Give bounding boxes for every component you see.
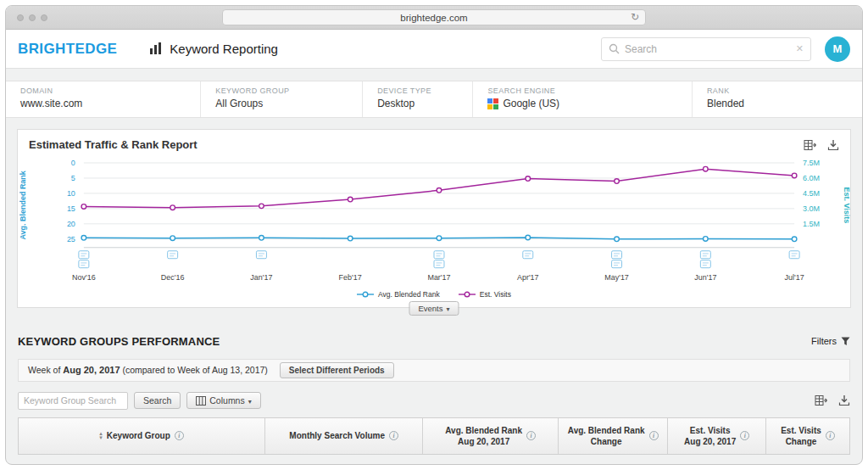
info-icon[interactable] xyxy=(389,431,398,440)
section-title: KEYWORD GROUPS PERFORMANCE xyxy=(18,335,220,348)
legend-est-visits[interactable]: Est. Visits xyxy=(459,290,511,299)
bar-chart-icon xyxy=(149,42,163,55)
svg-text:20: 20 xyxy=(67,220,75,228)
brand-logo[interactable]: BRIGHTEDGE xyxy=(18,41,117,58)
svg-text:Jul'17: Jul'17 xyxy=(785,273,804,282)
funnel-icon xyxy=(841,337,850,346)
svg-text:Apr'17: Apr'17 xyxy=(517,273,539,282)
window-controls xyxy=(17,14,47,21)
address-bar[interactable]: brightedge.com xyxy=(222,9,646,25)
svg-text:Avg. Blended Rank: Avg. Blended Rank xyxy=(19,171,27,239)
column-header-keyword-group[interactable]: Keyword Group xyxy=(19,418,264,454)
comparison-week: (compared to Week of Aug 13, 2017) xyxy=(122,365,267,375)
search-input[interactable] xyxy=(625,43,791,55)
browser-window: brightedge.com BRIGHTEDGE Keyword Report… xyxy=(5,5,863,465)
svg-text:Nov'16: Nov'16 xyxy=(72,273,96,282)
info-icon[interactable] xyxy=(826,431,835,440)
svg-text:4.5M: 4.5M xyxy=(803,189,820,198)
sort-icon[interactable] xyxy=(99,432,103,439)
search-icon xyxy=(609,43,620,54)
avatar[interactable]: M xyxy=(825,36,850,62)
keyword-table-header: Keyword Group Monthly Search Volume Avg.… xyxy=(18,417,850,455)
svg-text:10: 10 xyxy=(67,189,75,198)
page-title-block: Keyword Reporting xyxy=(149,42,278,56)
info-icon[interactable] xyxy=(740,431,749,440)
download-icon[interactable] xyxy=(838,394,850,406)
period-bar: Week of Aug 20, 2017 (compared to Week o… xyxy=(18,359,850,382)
app-header: BRIGHTEDGE Keyword Reporting M xyxy=(6,30,862,69)
table-toolbar: Search Columns xyxy=(18,392,850,410)
svg-text:3.0M: 3.0M xyxy=(803,204,820,213)
chart-area: 05101520257.5M6.0M4.5M3.0M1.5MNov'16Dec'… xyxy=(18,153,850,290)
svg-text:15: 15 xyxy=(67,204,75,213)
column-header-est-visits[interactable]: Est. VisitsAug 20, 2017 xyxy=(667,418,765,454)
url-text: brightedge.com xyxy=(400,13,467,23)
column-header-est-visits-change[interactable]: Est. VisitsChange xyxy=(765,418,849,454)
window-close-button[interactable] xyxy=(17,14,24,21)
chart-legend: Avg. Blended Rank Est. Visits xyxy=(18,290,850,299)
svg-text:Jun'17: Jun'17 xyxy=(694,273,716,282)
svg-text:5: 5 xyxy=(71,174,75,182)
google-icon xyxy=(487,98,498,109)
traffic-rank-report-panel: Estimated Traffic & Rank Report xyxy=(17,129,851,308)
window-minimize-button[interactable] xyxy=(29,14,36,21)
filters-control[interactable]: Filters xyxy=(811,336,850,346)
columns-button[interactable]: Columns xyxy=(186,392,260,409)
filter-device-type[interactable]: DEVICE TYPE Desktop xyxy=(362,81,472,117)
filter-domain[interactable]: DOMAIN www.site.com xyxy=(6,81,200,117)
page-title: Keyword Reporting xyxy=(170,42,278,56)
info-icon[interactable] xyxy=(175,431,184,440)
svg-text:Jan'17: Jan'17 xyxy=(250,273,272,282)
svg-text:6.0M: 6.0M xyxy=(803,174,820,182)
keyword-group-search-input[interactable] xyxy=(18,392,128,410)
columns-icon xyxy=(196,396,206,406)
filter-domain-value: www.site.com xyxy=(20,98,200,109)
export-table-icon[interactable] xyxy=(815,394,828,406)
filter-keyword-group-value: All Groups xyxy=(215,98,362,109)
info-icon[interactable] xyxy=(526,431,536,440)
export-table-icon[interactable] xyxy=(804,139,817,151)
filter-keyword-group[interactable]: KEYWORD GROUP All Groups xyxy=(200,81,362,117)
info-icon[interactable] xyxy=(649,431,659,440)
download-icon[interactable] xyxy=(827,139,839,151)
filter-bar: DOMAIN www.site.com KEYWORD GROUP All Gr… xyxy=(6,81,862,118)
window-zoom-button[interactable] xyxy=(41,14,47,21)
filter-search-engine[interactable]: SEARCH ENGINE Google (US) xyxy=(472,81,692,117)
svg-text:Dec'16: Dec'16 xyxy=(161,273,185,282)
column-header-monthly-search-volume[interactable]: Monthly Search Volume xyxy=(264,418,422,454)
global-search-box[interactable] xyxy=(601,37,811,61)
close-icon[interactable] xyxy=(796,43,804,54)
chart-title: Estimated Traffic & Rank Report xyxy=(29,138,198,151)
svg-text:7.5M: 7.5M xyxy=(803,159,820,167)
svg-text:Mar'17: Mar'17 xyxy=(427,273,450,282)
browser-chrome: brightedge.com xyxy=(6,6,862,30)
column-header-avg-blended-rank[interactable]: Avg. Blended RankAug 20, 2017 xyxy=(422,418,558,454)
select-periods-button[interactable]: Select Different Periods xyxy=(280,362,394,378)
svg-text:May'17: May'17 xyxy=(604,273,629,282)
filter-device-type-value: Desktop xyxy=(377,98,472,109)
svg-text:1.5M: 1.5M xyxy=(803,220,820,228)
svg-text:0: 0 xyxy=(71,159,75,167)
keyword-group-search-button[interactable]: Search xyxy=(134,392,181,409)
filter-rank-value: Blended xyxy=(707,98,862,109)
current-week: Aug 20, 2017 xyxy=(63,365,120,375)
filter-search-engine-value: Google (US) xyxy=(503,98,559,109)
svg-text:Feb'17: Feb'17 xyxy=(339,273,362,282)
svg-text:Est. Visits: Est. Visits xyxy=(843,187,850,224)
filter-rank[interactable]: RANK Blended xyxy=(692,81,862,117)
legend-avg-blended-rank[interactable]: Avg. Blended Rank xyxy=(357,290,440,299)
chevron-down-icon xyxy=(245,395,252,406)
period-text: Week of Aug 20, 2017 (compared to Week o… xyxy=(28,365,268,375)
refresh-icon[interactable] xyxy=(631,11,639,23)
column-header-avg-blended-rank-change[interactable]: Avg. Blended RankChange xyxy=(558,418,667,454)
events-button[interactable]: Events xyxy=(409,301,459,316)
svg-text:25: 25 xyxy=(67,235,75,243)
chevron-down-icon xyxy=(443,304,450,313)
